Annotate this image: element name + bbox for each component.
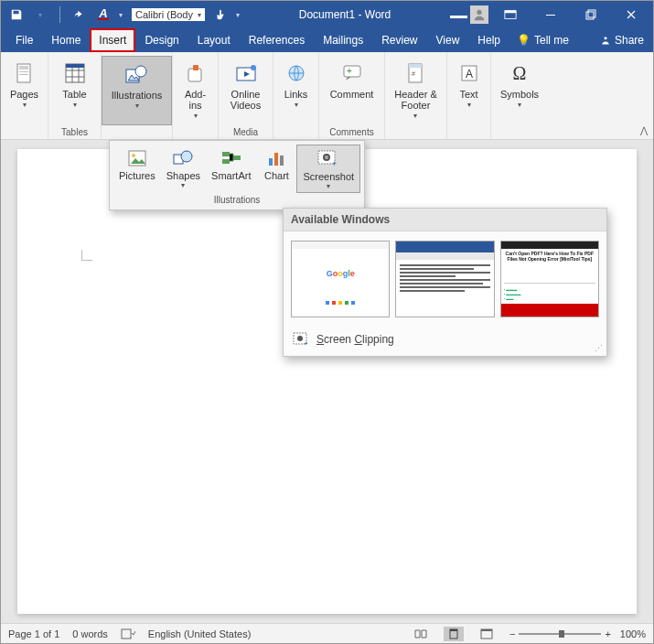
comment-icon: + [342,59,362,87]
language-indicator[interactable]: English (United States) [148,628,252,639]
pages-button[interactable]: Pages ▾ [2,56,48,125]
addins-button[interactable]: Add- ins ▾ [173,56,219,125]
svg-rect-8 [19,66,28,70]
chevron-down-icon: ▾ [181,181,185,189]
table-button[interactable]: Table ▾ [52,56,98,125]
collapse-ribbon-icon[interactable]: ⋀ [640,125,648,135]
shapes-button[interactable]: Shapes ▾ [161,145,206,193]
svg-rect-23 [409,64,422,68]
svg-point-6 [604,37,606,39]
web-layout-icon[interactable] [477,627,497,641]
read-mode-icon[interactable] [411,627,431,641]
links-icon [286,59,306,87]
resize-grip-icon[interactable]: ⋰ [595,344,603,353]
svg-text:+: + [332,159,337,168]
zoom-in-button[interactable]: + [605,628,610,639]
font-selector[interactable]: Calibri (Body ▾ [132,8,205,21]
minimize-button[interactable] [532,4,569,26]
text-button[interactable]: A Text ▾ [446,56,492,125]
online-videos-button[interactable]: Online Videos [223,56,269,125]
tab-review[interactable]: Review [372,28,426,52]
tab-file[interactable]: File [1,28,42,52]
share-button[interactable]: Share [591,28,653,52]
pictures-icon [127,146,147,170]
zoom-controls: − + 100% [509,628,646,639]
svg-rect-2 [505,11,516,14]
video-icon [235,59,257,87]
svg-rect-3 [546,15,555,16]
tab-insert[interactable]: Insert [90,28,135,52]
quick-access-toolbar: ▾ A ▾ Calibri (Body ▾ ▾ [1,6,240,23]
tab-help[interactable]: Help [468,28,509,52]
tab-design[interactable]: Design [135,28,188,52]
user-name[interactable]: ▬▬ [450,10,466,20]
chevron-down-icon: ▾ [73,101,77,109]
redo-icon[interactable] [71,6,88,23]
user-avatar-icon[interactable] [470,5,488,24]
zoom-out-button[interactable]: − [509,628,515,639]
screenshot-icon: + [317,147,339,171]
chevron-down-icon: ▾ [198,11,201,19]
window-thumbnail[interactable]: Google [291,241,390,317]
tell-me-search[interactable]: 💡Tell me [509,28,576,52]
ribbon-display-icon[interactable] [492,4,529,26]
window-title: Document1 - Word [240,8,450,21]
restore-button[interactable] [573,4,609,26]
tab-mailings[interactable]: Mailings [314,28,372,52]
save-icon[interactable] [8,6,25,23]
chart-icon [267,146,285,170]
chevron-down-icon: ▾ [413,112,417,120]
table-icon [65,59,85,87]
undo-icon[interactable]: ▾ [32,6,48,23]
font-name: Calibri (Body [135,9,193,20]
chevron-down-icon: ▾ [194,112,198,120]
svg-point-0 [477,10,481,15]
comment-button[interactable]: + Comment [323,56,381,125]
tables-group-label: Tables [48,125,101,141]
tab-view[interactable]: View [427,28,469,52]
window-thumbnail[interactable] [395,241,494,317]
font-color-dropdown-icon[interactable]: ▾ [119,11,123,19]
illustrations-button[interactable]: Illustrations ▾ [102,56,172,125]
svg-rect-10 [19,74,28,75]
spellcheck-icon[interactable] [121,628,135,640]
svg-rect-9 [19,71,28,72]
font-color-icon[interactable]: A [95,6,112,23]
svg-rect-33 [233,156,241,160]
addins-icon [186,59,206,87]
page-indicator[interactable]: Page 1 of 1 [8,628,59,639]
zoom-slider[interactable] [519,633,601,635]
svg-rect-46 [450,629,457,631]
symbols-button[interactable]: Ω Symbols ▾ [493,56,546,125]
illustrations-icon [124,60,150,88]
screenshot-button[interactable]: + Screenshot ▾ [296,145,360,193]
svg-rect-36 [280,156,284,166]
tab-references[interactable]: References [240,28,314,52]
smartart-icon [220,146,242,170]
svg-point-28 [132,154,135,157]
pages-icon [16,59,34,87]
pictures-button[interactable]: Pictures [113,145,161,193]
smartart-button[interactable]: SmartArt [206,145,256,193]
shapes-icon [172,146,194,170]
svg-rect-5 [588,10,595,17]
chevron-down-icon: ▾ [23,101,27,109]
tab-home[interactable]: Home [42,28,90,52]
word-count[interactable]: 0 words [72,628,108,639]
header-footer-button[interactable]: # Header & Footer ▾ [387,56,444,125]
print-layout-icon[interactable] [444,627,464,641]
links-button[interactable]: Links ▾ [273,56,319,125]
media-group-label: Media [219,125,273,141]
tab-layout[interactable]: Layout [188,28,240,52]
window-thumbnail[interactable]: Can't Open PDF? Here's How To Fix PDF Fi… [500,241,599,317]
close-button[interactable] [613,4,649,26]
lightbulb-icon: 💡 [517,34,531,47]
svg-point-18 [251,65,256,70]
touch-mode-icon[interactable] [212,6,229,23]
zoom-level[interactable]: 100% [620,628,646,639]
screen-clipping-item[interactable]: + Screen Clipping [284,327,606,356]
svg-rect-31 [222,152,230,156]
chart-button[interactable]: Chart [256,145,296,193]
svg-rect-35 [274,153,278,166]
svg-rect-32 [222,159,230,164]
